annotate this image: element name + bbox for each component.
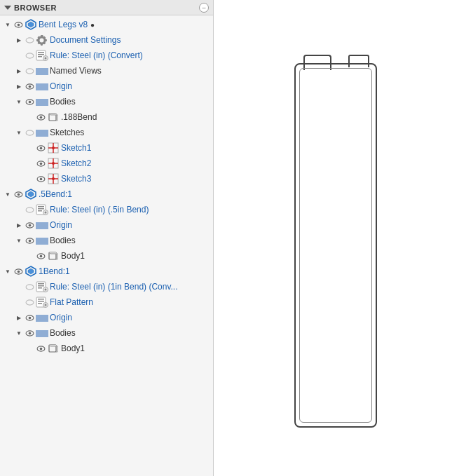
- tree-row-origin3[interactable]: Origin: [0, 310, 213, 325]
- visibility-icon[interactable]: [24, 312, 35, 323]
- visibility-icon[interactable]: [24, 281, 35, 292]
- svg-point-34: [39, 147, 42, 149]
- visibility-icon[interactable]: [13, 266, 24, 277]
- tree-row-flat-pattern[interactable]: Flat Pattern: [0, 294, 213, 310]
- tree-row-rule-5in[interactable]: Rule: Steel (in) (.5in Bend): [0, 202, 213, 217]
- expand-arrow[interactable]: [14, 66, 24, 76]
- svg-marker-78: [28, 268, 34, 274]
- folder-icon: [36, 312, 48, 323]
- visibility-icon[interactable]: [24, 235, 35, 246]
- visibility-icon[interactable]: [24, 219, 35, 231]
- tree-row-sketch1[interactable]: Sketch1: [0, 140, 213, 156]
- expand-arrow[interactable]: [14, 35, 24, 45]
- svg-point-44: [52, 162, 55, 165]
- svg-point-29: [26, 130, 34, 135]
- visibility-icon[interactable]: [24, 50, 35, 61]
- expand-arrow[interactable]: [14, 313, 24, 322]
- component-icon: [25, 19, 37, 30]
- svg-point-85: [45, 289, 47, 291]
- tree-item-label: Rule: Steel (in) (.5in Bend): [50, 205, 149, 215]
- visibility-icon[interactable]: [24, 204, 35, 215]
- tree-row-bodies3[interactable]: Bodies: [0, 325, 213, 341]
- svg-rect-82: [38, 285, 44, 287]
- tree-row-bodies2[interactable]: Bodies: [0, 233, 213, 248]
- visibility-icon[interactable]: [35, 173, 46, 184]
- part-inner: [299, 68, 372, 423]
- visibility-icon[interactable]: [24, 65, 35, 76]
- tree-row-bend188[interactable]: .188Bend: [0, 109, 213, 125]
- visibility-icon[interactable]: [35, 142, 46, 154]
- svg-point-104: [39, 347, 42, 350]
- expand-arrow[interactable]: [14, 97, 24, 107]
- visibility-icon[interactable]: [13, 19, 24, 30]
- svg-point-79: [26, 284, 34, 289]
- svg-point-99: [28, 332, 31, 334]
- visibility-icon[interactable]: [35, 111, 46, 123]
- collapse-icon[interactable]: [4, 6, 11, 10]
- body-icon: [47, 343, 60, 354]
- svg-marker-25: [36, 99, 41, 100]
- svg-point-76: [17, 270, 20, 273]
- svg-rect-101: [36, 332, 41, 334]
- rule-icon: [36, 297, 48, 308]
- expand-arrow[interactable]: [3, 20, 13, 29]
- tree-item-label: Flat Pattern: [50, 297, 93, 307]
- status-dot: ●: [90, 21, 95, 29]
- visibility-icon[interactable]: [24, 96, 35, 107]
- tree-row-bodies1[interactable]: Bodies: [0, 94, 213, 109]
- expand-arrow[interactable]: [14, 220, 24, 230]
- svg-point-1: [17, 23, 20, 26]
- tree-item-label: Sketch2: [61, 158, 91, 168]
- visibility-icon[interactable]: [35, 343, 46, 354]
- expand-arrow[interactable]: [14, 128, 24, 137]
- visibility-icon[interactable]: [24, 127, 35, 138]
- svg-point-52: [17, 193, 20, 196]
- svg-point-12: [26, 68, 34, 73]
- visibility-icon[interactable]: [35, 158, 46, 169]
- expand-arrow[interactable]: [3, 266, 13, 276]
- expand-arrow[interactable]: [3, 189, 13, 199]
- body-icon: [47, 250, 60, 261]
- tree-item-label: Body1: [61, 344, 85, 353]
- tree-row-origin1[interactable]: Origin: [0, 79, 213, 94]
- tree-row-sketch2[interactable]: Sketch2: [0, 156, 213, 171]
- tree-row-doc-settings[interactable]: Document Settings: [0, 32, 213, 48]
- svg-rect-7: [38, 52, 44, 53]
- tree-row-origin2[interactable]: Origin: [0, 217, 213, 233]
- visibility-icon[interactable]: [24, 297, 35, 308]
- folder-icon: [36, 327, 48, 339]
- tree-item-label: .5Bend:1: [39, 189, 72, 199]
- tree-row-bend5[interactable]: .5Bend:1: [0, 186, 213, 202]
- visibility-icon[interactable]: [35, 250, 46, 261]
- tree-item-label: Body1: [61, 251, 85, 261]
- browser-close-icon[interactable]: –: [199, 3, 209, 13]
- svg-marker-102: [36, 330, 41, 331]
- svg-rect-9: [38, 56, 42, 57]
- tree-row-bend1[interactable]: 1Bend:1: [0, 264, 213, 279]
- visibility-icon[interactable]: [24, 34, 35, 46]
- svg-marker-20: [36, 83, 41, 84]
- tree-item-label: Sketch1: [61, 143, 91, 153]
- tree-row-body1a[interactable]: Body1: [0, 248, 213, 264]
- tree-row-body1b[interactable]: Body1: [0, 341, 213, 356]
- expand-arrow[interactable]: [14, 236, 24, 245]
- svg-point-92: [45, 304, 47, 306]
- tree-row-rule-1in-conv[interactable]: Rule: Steel (in) (1in Bend) (Conv...: [0, 279, 213, 294]
- rule-icon: [36, 50, 48, 61]
- tree-item-label: 1Bend:1: [39, 266, 70, 276]
- expand-arrow[interactable]: [14, 81, 24, 91]
- tree-row-sketches[interactable]: Sketches: [0, 125, 213, 140]
- visibility-icon[interactable]: [24, 81, 35, 92]
- visibility-icon[interactable]: [24, 327, 35, 339]
- tree-row-sketch3[interactable]: Sketch3: [0, 171, 213, 186]
- browser-panel: BROWSER – Bent Legs v8● Document Setting…: [0, 0, 214, 476]
- tree-row-named-views[interactable]: Named Views: [0, 63, 213, 79]
- component-blue-icon: [25, 189, 37, 200]
- visibility-icon[interactable]: [13, 189, 24, 200]
- expand-arrow[interactable]: [14, 328, 24, 338]
- svg-point-40: [39, 162, 42, 165]
- tree-row-rule-steel-convert[interactable]: Rule: Steel (in) (Convert): [0, 48, 213, 63]
- folder-icon: [36, 235, 48, 246]
- svg-rect-89: [38, 301, 44, 302]
- tree-row-root[interactable]: Bent Legs v8●: [0, 17, 213, 32]
